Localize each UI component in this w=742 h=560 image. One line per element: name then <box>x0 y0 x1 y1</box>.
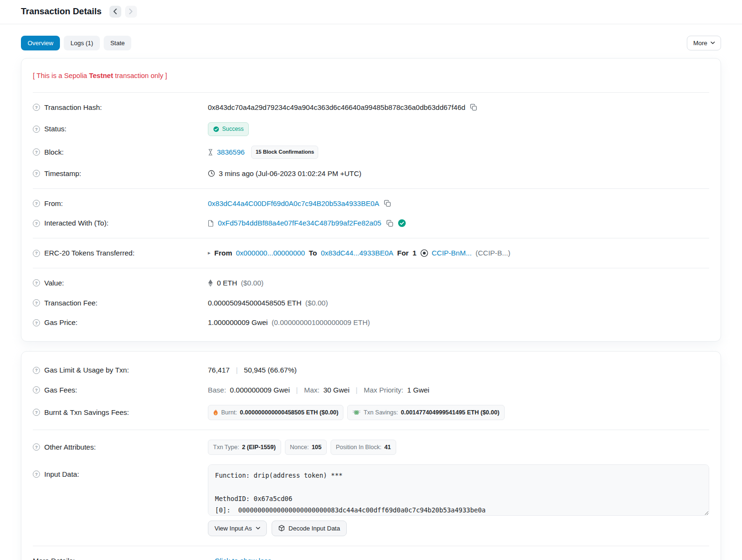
row-more-details: More Details: – Click to show less <box>33 551 709 560</box>
copy-transaction-hash-button[interactable] <box>469 104 478 111</box>
erc20-from-address-link[interactable]: 0x000000...00000000 <box>236 248 305 258</box>
previous-transaction-button[interactable] <box>109 6 121 18</box>
gas-price-label: Gas Price: <box>44 317 78 328</box>
show-less-toggle[interactable]: – Click to show less <box>208 556 272 560</box>
chevron-down-icon <box>256 527 260 530</box>
help-icon[interactable]: ? <box>33 299 40 306</box>
erc20-to-address-link[interactable]: 0x83dC44...4933BE0A <box>321 248 393 258</box>
erc20-amount: 1 <box>412 248 416 258</box>
help-icon[interactable]: ? <box>33 126 40 133</box>
row-erc20-transfers: ? ERC-20 Tokens Transferred: ▸ From 0x00… <box>33 243 709 263</box>
verified-check-icon <box>398 219 406 227</box>
txn-savings-value: 0.001477404999541495 ETH ($0.00) <box>401 408 499 417</box>
row-value: 3 mins ago (Jul-06-2023 01:02:24 PM +UTC… <box>208 168 709 179</box>
txn-savings-label: Txn Savings: <box>363 408 398 417</box>
from-label: From: <box>44 198 63 209</box>
erc20-for-word: For <box>397 248 409 258</box>
row-label: ? Transaction Hash: <box>33 102 208 113</box>
row-block: ? Block: 3836596 15 Block Confirmations <box>33 141 709 164</box>
caret-icon: ▸ <box>208 249 211 257</box>
chevron-left-icon <box>113 9 117 14</box>
row-value: 0xFd57b4ddBf88a4e07fF4e34C487b99af2Fe82a… <box>208 218 709 228</box>
chevron-right-icon <box>129 9 133 14</box>
help-icon[interactable]: ? <box>33 220 40 227</box>
base-fee-value: 0.000000009 Gwei <box>230 385 290 395</box>
notice-prefix: [ This is a Sepolia <box>33 72 89 79</box>
help-icon[interactable]: ? <box>33 250 40 257</box>
help-icon[interactable]: ? <box>33 104 40 111</box>
view-input-as-button[interactable]: View Input As <box>208 521 267 536</box>
help-icon[interactable]: ? <box>33 170 40 177</box>
view-input-as-label: View Input As <box>215 525 252 532</box>
divider <box>33 268 709 268</box>
more-details-label: More Details: <box>33 556 75 560</box>
row-value: 0.000050945000458505 ETH ($0.00) <box>208 298 709 308</box>
copy-icon <box>384 200 391 207</box>
overview-card: [ This is a Sepolia Testnet transaction … <box>21 58 721 342</box>
help-icon[interactable]: ? <box>33 386 40 393</box>
check-circle-icon <box>213 126 219 132</box>
tab-overview[interactable]: Overview <box>21 36 60 50</box>
txn-type-pill: Txn Type: 2 (EIP-1559) <box>208 440 281 455</box>
to-address-link[interactable]: 0xFd57b4ddBf88a4e07fF4e34C487b99af2Fe82a… <box>218 218 381 228</box>
row-value: Base: 0.000000009 Gwei | Max: 30 Gwei | … <box>208 385 709 395</box>
help-icon[interactable]: ? <box>33 279 40 286</box>
show-less-text: Click to show less <box>215 556 271 560</box>
row-transaction-fee: ? Transaction Fee: 0.000050945000458505 … <box>33 293 709 313</box>
more-dropdown-button[interactable]: More <box>687 36 721 50</box>
burnt-fee-value: 0.000000000000458505 ETH ($0.00) <box>240 408 338 417</box>
input-data-textarea[interactable]: Function: drip(address token) *** Method… <box>208 464 709 516</box>
timestamp-value: 3 mins ago (Jul-06-2023 01:02:24 PM +UTC… <box>219 168 361 179</box>
help-icon[interactable]: ? <box>33 443 40 451</box>
value-amount: 0 ETH <box>217 278 237 288</box>
block-number-link[interactable]: 3836596 <box>217 147 244 157</box>
row-label: ? Other Attributes: <box>33 442 208 452</box>
row-value: 3836596 15 Block Confirmations <box>208 146 709 159</box>
max-priority-value: 1 Gwei <box>407 385 430 395</box>
decode-input-data-button[interactable]: Decode Input Data <box>272 521 347 536</box>
row-burnt-savings: ? Burnt & Txn Savings Fees: Burnt: 0.000… <box>33 400 709 425</box>
row-label: ? Gas Price: <box>33 317 208 328</box>
transaction-hash-value: 0x843dc70a4a29d79234c49a904c363d6c46640a… <box>208 102 465 113</box>
value-usd: ($0.00) <box>241 278 264 288</box>
tab-state[interactable]: State <box>104 36 131 50</box>
contract-file-icon <box>208 220 214 227</box>
burnt-fee-label: Burnt: <box>221 408 237 417</box>
erc20-token-link[interactable]: CCIP-BnM... <box>432 248 472 258</box>
copy-to-address-button[interactable] <box>385 220 394 227</box>
row-label: ? Interacted With (To): <box>33 218 208 228</box>
next-transaction-button[interactable] <box>125 6 137 18</box>
notice-suffix: transaction only ] <box>113 72 167 79</box>
row-value: 0x83dC44a4C00DFf69d0A0c7c94B20b53a4933BE… <box>208 198 709 209</box>
copy-from-address-button[interactable] <box>383 200 392 207</box>
position-in-block-pill: Position In Block: 41 <box>331 440 396 455</box>
divider <box>33 430 709 430</box>
help-icon[interactable]: ? <box>33 471 40 478</box>
row-value: Success <box>208 122 709 136</box>
gas-usage-value: 50,945 (66.67%) <box>244 365 297 375</box>
nonce-pill: Nonce: 105 <box>285 440 327 455</box>
help-icon[interactable]: ? <box>33 148 40 156</box>
interacted-with-label: Interacted With (To): <box>44 218 108 228</box>
row-value: 1.000000009 Gwei (0.000000001000000009 E… <box>208 317 709 328</box>
row-from: ? From: 0x83dC44a4C00DFf69d0A0c7c94B20b5… <box>33 194 709 214</box>
help-icon[interactable]: ? <box>33 319 40 326</box>
help-icon[interactable]: ? <box>33 200 40 207</box>
row-label: ? Input Data: <box>33 464 208 480</box>
row-label: ? Value: <box>33 278 208 288</box>
position-in-block-value: 41 <box>384 443 391 452</box>
row-value: Function: drip(address token) *** Method… <box>208 464 709 536</box>
row-value: Txn Type: 2 (EIP-1559) Nonce: 105 Positi… <box>208 440 709 455</box>
tab-logs[interactable]: Logs (1) <box>64 36 100 50</box>
divider <box>33 238 709 238</box>
help-icon[interactable]: ? <box>33 367 40 374</box>
from-address-link[interactable]: 0x83dC44a4C00DFf69d0A0c7c94B20b53a4933BE… <box>208 198 379 209</box>
row-gas-limit-usage: ? Gas Limit & Usage by Txn: 76,417 | 50,… <box>33 360 709 380</box>
row-label: ? ERC-20 Tokens Transferred: <box>33 248 208 258</box>
row-value: Burnt: 0.000000000000458505 ETH ($0.00) … <box>208 405 709 420</box>
erc20-transfers-label: ERC-20 Tokens Transferred: <box>44 248 135 258</box>
row-input-data: ? Input Data: Function: drip(address tok… <box>33 460 709 541</box>
row-value-eth: ? Value: 0 ETH ($0.00) <box>33 273 709 293</box>
help-icon[interactable]: ? <box>33 409 40 416</box>
block-label: Block: <box>44 147 64 157</box>
